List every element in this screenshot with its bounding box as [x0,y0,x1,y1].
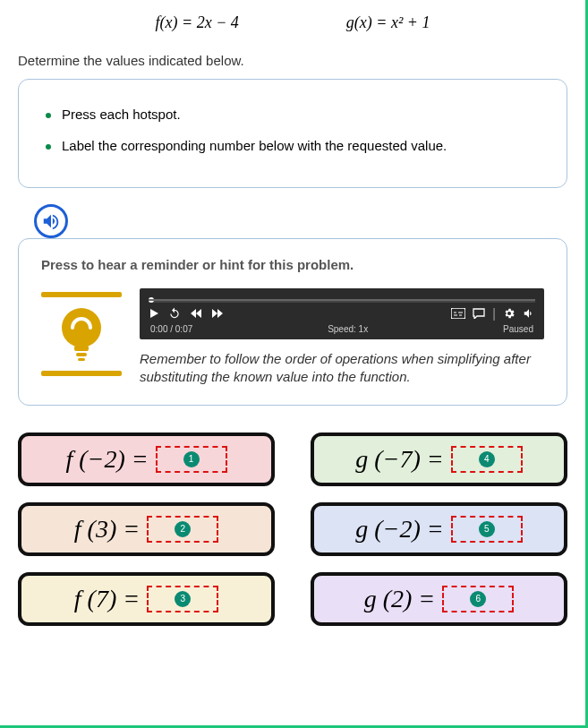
forward-icon [211,308,224,319]
svg-rect-1 [74,346,89,351]
answer-slot-6[interactable]: 6 [442,586,514,612]
player-time: 0:00 / 0:07 [150,324,192,334]
hotspot-label: g (2) = [364,585,436,613]
hotspot-g-2[interactable]: g (2) = 6 [311,572,567,626]
replay-icon [168,307,181,320]
answer-slot-3[interactable]: 3 [147,586,218,612]
svg-rect-2 [76,353,87,356]
rewind-button[interactable] [190,308,202,319]
hotspot-f-7[interactable]: f (7) = 3 [18,572,275,626]
badge-number: 3 [175,591,191,607]
transcript-button[interactable] [473,308,485,319]
audio-hint-button[interactable] [34,204,68,238]
captions-button[interactable] [451,308,465,319]
player-speed: Speed: 1x [328,324,368,334]
badge-number: 6 [470,591,486,607]
hotspot-f-3[interactable]: f (3) = 2 [18,502,275,556]
svg-rect-4 [451,308,465,319]
volume-icon [523,307,535,320]
badge-number: 4 [479,451,495,467]
replay-button[interactable] [168,307,181,320]
hotspot-f-neg2[interactable]: f (−2) = 1 [18,433,275,486]
hint-video-player[interactable]: | 0:00 / 0:07 Speed: 1x Paused [140,288,544,339]
speaker-icon [41,211,61,231]
hotspot-label: g (−7) = [355,445,443,474]
answer-slot-4[interactable]: 4 [451,446,523,473]
hotspot-label: g (−2) = [355,515,443,544]
badge-number: 5 [479,521,495,537]
hotspot-grid: f (−2) = 1 g (−7) = 4 f (3) = 2 g (−2) =… [18,433,567,626]
hint-box: Press to hear a reminder or hint for thi… [18,238,567,406]
answer-slot-2[interactable]: 2 [147,516,218,543]
play-button[interactable] [149,308,159,319]
seek-bar[interactable] [149,295,535,303]
hotspot-g-neg2[interactable]: g (−2) = 5 [311,502,567,556]
instructions-box: Press each hotspot. Label the correspond… [18,79,567,188]
svg-rect-3 [78,358,85,361]
transcript-icon [473,308,485,319]
player-state: Paused [503,324,533,334]
function-f: f(x) = 2x − 4 [156,13,239,32]
answer-slot-1[interactable]: 1 [156,446,227,473]
play-icon [149,308,159,319]
forward-button[interactable] [211,308,224,319]
svg-point-0 [62,308,101,347]
prompt-text: Determine the values indicated below. [18,53,567,68]
captions-icon [451,308,465,319]
instruction-item: Label the corresponding number below wit… [46,138,540,153]
gear-icon [503,307,516,320]
badge-number: 2 [175,521,191,537]
hotspot-g-neg7[interactable]: g (−7) = 4 [311,433,567,486]
exercise-page: f(x) = 2x − 4 g(x) = x² + 1 Determine th… [0,0,588,728]
hint-title: Press to hear a reminder or hint for thi… [41,257,544,272]
hotspot-label: f (3) = [74,515,140,544]
rewind-icon [190,308,202,319]
hotspot-label: f (7) = [74,585,140,613]
lightbulb-icon [55,303,108,365]
instruction-item: Press each hotspot. [46,107,540,122]
badge-number: 1 [183,451,200,467]
answer-slot-5[interactable]: 5 [451,516,523,543]
function-definitions: f(x) = 2x − 4 g(x) = x² + 1 [18,0,567,46]
function-g: g(x) = x² + 1 [346,13,430,32]
hint-text: Remember to follow the order of operatio… [140,350,544,387]
divider: | [492,306,496,321]
settings-button[interactable] [503,307,516,320]
hint-bulb-graphic [41,288,122,380]
hotspot-label: f (−2) = [65,445,148,474]
volume-button[interactable] [523,307,535,320]
